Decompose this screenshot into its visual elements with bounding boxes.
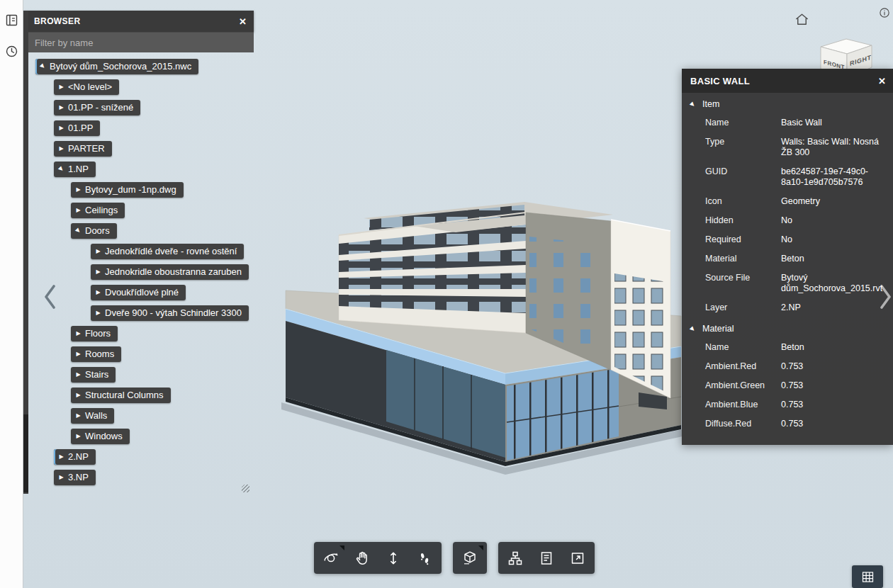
property-label: Diffuse.Red [705, 419, 781, 429]
property-row: GUIDbe624587-19e7-49c0-8a10-1e9d705b7576 [682, 162, 893, 192]
info-icon[interactable] [874, 6, 893, 22]
expand-arrow-icon[interactable]: ▶ [74, 412, 82, 419]
panel-resize-handle[interactable] [242, 485, 249, 492]
property-value: Bytový dům_Sochorova_2015.rvt [781, 273, 886, 294]
tree-node[interactable]: ▶Structural Columns [71, 388, 171, 403]
properties-panel-title: BASIC WALL [682, 76, 871, 86]
expand-arrow-icon[interactable]: ▶ [74, 351, 82, 357]
tree-row: ▶Floors [23, 325, 254, 346]
building-model[interactable] [280, 197, 684, 475]
home-icon[interactable] [790, 11, 814, 30]
properties-panel-header[interactable]: BASIC WALL ✕ [682, 69, 893, 93]
close-icon[interactable]: ✕ [232, 16, 254, 27]
expand-arrow-icon[interactable]: ▶ [74, 186, 82, 193]
history-icon[interactable] [4, 44, 19, 60]
model-browser-icon[interactable] [4, 13, 19, 28]
tree-node-label: 3.NP [68, 472, 89, 482]
tree-node-label: 01.PP [68, 123, 93, 133]
next-view-chevron-icon[interactable] [875, 283, 893, 312]
tree-node-label: Floors [85, 328, 111, 339]
expand-arrow-icon[interactable]: ▶ [57, 145, 65, 152]
collapse-arrow-icon[interactable]: ▶ [38, 61, 47, 71]
tree-node[interactable]: ▶01.PP - snížené [54, 100, 140, 115]
expand-arrow-icon[interactable]: ▶ [94, 310, 102, 316]
flyout-indicator-icon[interactable] [478, 545, 483, 550]
tree-node[interactable]: ▶Bytovy_dum -1np.dwg [71, 182, 184, 198]
tree-node[interactable]: ▶Floors [71, 326, 118, 341]
tree-node[interactable]: ▶PARTER [54, 141, 112, 157]
toolbar-group [314, 542, 442, 574]
fullscreen-icon [569, 550, 586, 567]
browser-panel-scrollbar[interactable] [23, 11, 28, 494]
tree-row: ▶2.NP [23, 448, 254, 469]
orbit-tool[interactable] [315, 543, 347, 572]
property-label: GUID [705, 166, 781, 188]
collapse-arrow-icon[interactable]: ▶ [73, 225, 83, 235]
collapse-arrow-icon[interactable]: ▶ [687, 99, 697, 109]
expand-arrow-icon[interactable]: ▶ [94, 248, 102, 254]
property-row: Layer2.NP [682, 298, 893, 317]
property-section-header[interactable]: ▶Item [682, 93, 893, 113]
tree-node[interactable]: ▶Dvoukřídlové plné [91, 285, 186, 300]
filter-input[interactable] [23, 33, 254, 52]
tree-node[interactable]: ▶01.PP [54, 120, 100, 136]
zoom-icon [385, 550, 402, 567]
expand-arrow-icon[interactable]: ▶ [57, 84, 65, 90]
fullscreen-tool[interactable] [562, 543, 593, 572]
tree-node[interactable]: ▶<No level> [54, 79, 119, 95]
properties-tool[interactable] [531, 543, 562, 572]
tree-node[interactable]: ▶Doors [71, 223, 117, 239]
browser-panel-header[interactable]: BROWSER ✕ [23, 11, 254, 32]
tree-row: ▶Doors [23, 222, 254, 243]
property-value: No [781, 215, 886, 226]
properties-panel: BASIC WALL ✕ ▶ItemNameBasic WallTypeWall… [682, 69, 893, 445]
tree-node-label: Dvoukřídlové plné [105, 287, 179, 298]
pan-tool[interactable] [347, 543, 378, 572]
close-icon[interactable]: ✕ [871, 76, 893, 86]
tree-node[interactable]: ▶Dveře 900 - výtah Schindler 3300 [91, 305, 249, 321]
viewer-toolbar [314, 542, 595, 574]
tree-row: ▶<No level> [23, 79, 254, 99]
expand-arrow-icon[interactable]: ▶ [57, 453, 65, 460]
expand-arrow-icon[interactable]: ▶ [57, 104, 65, 111]
tree-node[interactable]: ▶Walls [71, 408, 114, 424]
property-value: No [781, 234, 886, 245]
property-row: MaterialBeton [682, 249, 893, 268]
tree-node[interactable]: ▶3.NP [54, 470, 96, 485]
tree-node-label: Stairs [85, 369, 108, 380]
tree-node[interactable]: ▶Jednokridle oboustranna zaruben [91, 264, 249, 280]
zoom-tool[interactable] [378, 543, 409, 572]
structure-tool[interactable] [500, 543, 531, 572]
flyout-indicator-icon[interactable] [339, 545, 344, 550]
walk-tool[interactable] [409, 543, 440, 572]
tree-row: ▶Walls [23, 407, 254, 428]
expand-arrow-icon[interactable]: ▶ [74, 371, 82, 378]
tree-node[interactable]: ▶Bytový dům_Sochorova_2015.nwc [35, 59, 198, 74]
property-row: NameBeton [682, 338, 893, 357]
expand-arrow-icon[interactable]: ▶ [74, 392, 82, 398]
collapse-arrow-icon[interactable]: ▶ [687, 324, 697, 334]
expand-arrow-icon[interactable]: ▶ [74, 330, 82, 337]
tree-node[interactable]: ▶Windows [71, 429, 130, 444]
grid-icon[interactable] [852, 565, 883, 588]
tree-node-label: Windows [85, 431, 123, 441]
tree-node[interactable]: ▶Ceilings [71, 203, 125, 218]
tree-node[interactable]: ▶1.NP [54, 162, 96, 177]
expand-arrow-icon[interactable]: ▶ [74, 207, 82, 213]
browser-panel-title: BROWSER [23, 16, 232, 26]
property-value: Walls: Basic Wall: Nosná ŽB 300 [781, 137, 886, 158]
tree-node[interactable]: ▶Rooms [71, 346, 121, 362]
expand-arrow-icon[interactable]: ▶ [74, 433, 82, 439]
property-section-header[interactable]: ▶Material [682, 317, 893, 338]
expand-arrow-icon[interactable]: ▶ [57, 474, 65, 480]
model-tool[interactable] [454, 543, 485, 572]
tree-node[interactable]: ▶Jednokřídlé dveře - rovné ostění [91, 244, 244, 259]
tree-node[interactable]: ▶2.NP [54, 449, 96, 465]
expand-arrow-icon[interactable]: ▶ [94, 289, 102, 295]
expand-arrow-icon[interactable]: ▶ [94, 268, 102, 275]
collapse-arrow-icon[interactable]: ▶ [56, 164, 66, 174]
expand-arrow-icon[interactable]: ▶ [57, 125, 65, 131]
scrollbar-thumb[interactable] [23, 414, 28, 492]
tree-row: ▶3.NP [23, 469, 254, 490]
tree-node[interactable]: ▶Stairs [71, 367, 116, 383]
